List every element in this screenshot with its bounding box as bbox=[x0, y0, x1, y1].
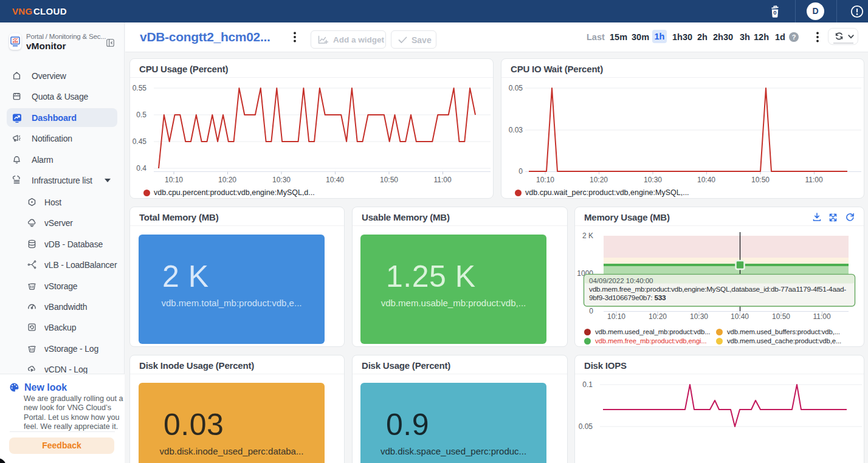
svg-text:0: 0 bbox=[773, 9, 776, 16]
